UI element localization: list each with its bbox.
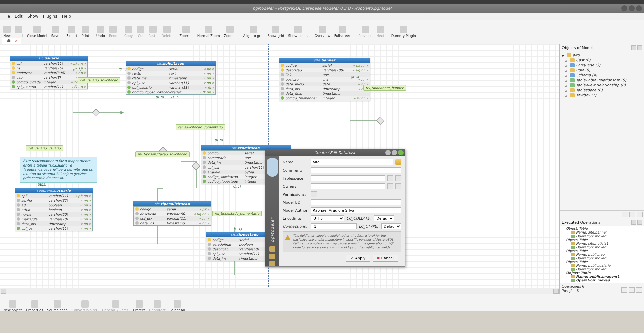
menu-plugins[interactable]: Plugins: [43, 14, 57, 19]
tablespace-field[interactable]: [311, 175, 385, 181]
exec-entry[interactable]: Operation: moved: [561, 267, 643, 271]
dialog-minimize[interactable]: [385, 150, 391, 155]
exec-entry[interactable]: Object: Table: [561, 227, 643, 230]
tool-protect[interactable]: Protect: [131, 296, 147, 312]
tool-show-grid[interactable]: Show grid: [266, 21, 286, 38]
exec-entry[interactable]: Name: public.imagem1: [561, 275, 643, 278]
exec-entry[interactable]: Object: Table: [561, 249, 643, 253]
dialog-maximize[interactable]: [392, 150, 397, 155]
tool-new[interactable]: New: [1, 21, 13, 38]
scroll-right[interactable]: [553, 289, 559, 294]
panel-float[interactable]: [631, 45, 636, 50]
exec-entry[interactable]: Object: Table: [561, 260, 643, 264]
tree-root[interactable]: ▾ alto: [560, 53, 643, 58]
window-maximize[interactable]: [629, 5, 635, 11]
window-close[interactable]: [636, 5, 642, 11]
tab-alto[interactable]: alto ✕: [2, 38, 21, 44]
owner-field[interactable]: [311, 183, 385, 189]
comment-field[interactable]: [311, 167, 401, 173]
exec-entry[interactable]: Name: public.galeria: [561, 264, 643, 267]
scroll-left[interactable]: [1, 289, 6, 294]
tool-dummy-plugin[interactable]: Dummy Plugin: [389, 21, 418, 38]
exec-entry[interactable]: Name: site.noticia1: [561, 242, 643, 245]
table-solicitacao[interactable]: sic.solicitacaocodigoserial« pk »textote…: [126, 61, 216, 95]
tool-zoom-[interactable]: Zoom -: [222, 21, 238, 38]
objects-tree[interactable]: ▾ alto▸ Cast (0)▸ Language (3)▸ Role (0)…: [560, 51, 644, 210]
tool-zoom-[interactable]: Zoom +: [177, 21, 195, 38]
tool-overview[interactable]: Overview: [313, 21, 332, 38]
exec-close[interactable]: [637, 220, 642, 225]
tree-item[interactable]: ▸ Language (3): [560, 63, 643, 68]
exec-entry[interactable]: Name: public.tag: [561, 253, 643, 256]
tree-btn-2[interactable]: [629, 212, 635, 217]
rel-label[interactable]: rel_usuario_solicitacao: [78, 77, 120, 83]
rel-label[interactable]: rel_tiposolicitacao_solicitacao: [135, 151, 190, 157]
exec-entry[interactable]: Operation: moved: [561, 245, 643, 249]
tool-print[interactable]: Print: [79, 21, 91, 38]
owner-pick[interactable]: [395, 183, 401, 189]
exec-entry[interactable]: Object: Table: [561, 238, 643, 242]
tree-item[interactable]: ▸ Table-View Relationship (0): [560, 83, 643, 88]
panel-close[interactable]: [637, 45, 642, 50]
menu-edit[interactable]: Edit: [15, 14, 22, 19]
menu-show[interactable]: Show: [27, 14, 38, 19]
apply-button[interactable]: Apply: [346, 255, 370, 262]
tool-load[interactable]: Load: [13, 21, 25, 38]
tree-item[interactable]: ▸ Textbox (1): [560, 93, 643, 98]
table-usuario[interactable]: sic.usuariocpfvarchar(11)« pk nn »rgvarc…: [10, 56, 88, 89]
menu-help[interactable]: Help: [62, 14, 71, 19]
tree-btn-1[interactable]: [622, 212, 628, 217]
tool-save[interactable]: Save: [49, 21, 61, 38]
tree-item[interactable]: ▸ Cast (0): [560, 58, 643, 63]
modelbd-field[interactable]: [311, 199, 401, 205]
exec-entry[interactable]: Object: Table: [561, 271, 643, 275]
exec-clear-btn[interactable]: [636, 287, 642, 293]
rel-label[interactable]: rel_tipoestado_comentario: [212, 211, 262, 216]
exec-entry[interactable]: Operation: moved: [561, 234, 643, 238]
tree-item[interactable]: ▸ Tablespace (0): [560, 88, 643, 93]
close-icon[interactable]: ✕: [15, 39, 18, 43]
dialog-close[interactable]: [398, 150, 404, 155]
tool-normal-zoom[interactable]: Normal Zoom: [195, 21, 222, 38]
cancel-button[interactable]: Cancel: [373, 255, 398, 262]
rel-label[interactable]: rel_usuario_usuario: [26, 145, 63, 151]
name-field[interactable]: [311, 159, 393, 165]
dialog-titlebar[interactable]: Create / Edit:Database: [265, 149, 405, 156]
encoding-select[interactable]: UTF8: [311, 215, 344, 221]
canvas-scroll-h[interactable]: [0, 288, 559, 294]
tool-new-object[interactable]: New object: [1, 296, 24, 312]
tree-item[interactable]: ▸ Table-Table Relationship (9): [560, 78, 643, 83]
owner-clear[interactable]: [387, 183, 393, 189]
rel-label[interactable]: rel_tipobanner_banner: [363, 85, 406, 91]
note-text[interactable]: Este relacionamento faz o mapeamento ent…: [20, 157, 97, 183]
table-tiposolicitacao[interactable]: sic.tiposolicitacaocodigoserial« pk »des…: [133, 201, 211, 226]
tree-item[interactable]: ▸ Role (0): [560, 68, 643, 73]
permissions-edit[interactable]: [311, 191, 317, 197]
exec-redo-btn[interactable]: [629, 287, 635, 293]
tool-show-limits[interactable]: Show limits: [286, 21, 309, 38]
tree-item[interactable]: ▸ Schema (4): [560, 73, 643, 78]
tool-close-model[interactable]: Close Model: [25, 21, 49, 38]
exec-list[interactable]: Object: Table Name: site.banner Operatio…: [560, 226, 644, 283]
tool-align-to-grid[interactable]: Align to grid: [241, 21, 265, 38]
tool-undo[interactable]: Undo: [94, 21, 107, 38]
exec-undo-btn[interactable]: [621, 287, 627, 293]
tablespace-clear[interactable]: [387, 175, 393, 181]
exec-entry[interactable]: Operation: moved: [561, 278, 643, 282]
tablespace-pick[interactable]: [395, 175, 401, 181]
tool-source-code[interactable]: Source code: [45, 296, 70, 312]
tool-properties[interactable]: Properties: [24, 296, 45, 312]
window-minimize[interactable]: [621, 5, 627, 11]
tool-fullscreen[interactable]: Fullscreen: [332, 21, 353, 38]
connections-field[interactable]: [311, 223, 357, 229]
author-field[interactable]: [311, 207, 401, 213]
tool-export[interactable]: Export: [64, 21, 79, 38]
menu-file[interactable]: File: [3, 14, 10, 19]
lc-collate-select[interactable]: Default: [374, 215, 394, 221]
lc-ctype-select[interactable]: Default: [381, 223, 401, 229]
exec-float[interactable]: [631, 220, 636, 225]
rel-label[interactable]: rel_solicitacao_comentario: [176, 124, 225, 130]
tool-select-all[interactable]: Select all: [168, 296, 187, 312]
exec-entry[interactable]: Name: site.banner: [561, 230, 643, 234]
tree-btn-3[interactable]: [637, 212, 643, 217]
